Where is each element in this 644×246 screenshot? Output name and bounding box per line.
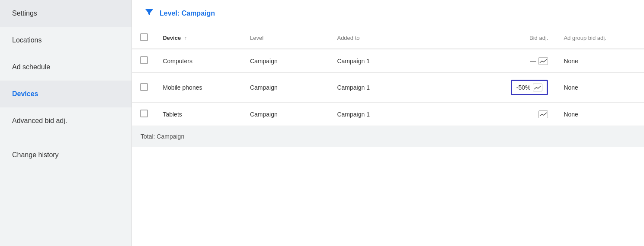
col-header-level: Level — [243, 27, 330, 49]
checkbox-mobile[interactable] — [140, 83, 148, 91]
level-computers: Campaign — [243, 49, 330, 73]
checkbox-tablets[interactable] — [140, 110, 148, 117]
trend-icon-mobile[interactable] — [533, 84, 542, 91]
ad-group-bid-mobile: None — [557, 73, 644, 103]
table-row: Computers Campaign Campaign 1 — — [132, 49, 644, 73]
total-row: Total: Campaign — [132, 126, 644, 147]
sidebar-item-locations[interactable]: Locations — [0, 27, 131, 54]
added-computers: Campaign 1 — [330, 49, 461, 73]
filter-icon — [144, 7, 154, 20]
added-mobile: Campaign 1 — [330, 73, 461, 103]
row-check-tablets — [132, 103, 156, 126]
select-all-checkbox[interactable] — [140, 33, 148, 41]
filter-value: Campaign — [182, 10, 215, 17]
trend-icon-computers[interactable] — [538, 57, 548, 65]
col-header-added: Added to — [330, 27, 461, 49]
bid-adj-tablets: — — [461, 103, 557, 126]
col-header-bid: Bid adj. — [461, 27, 557, 49]
col-bid-label: Bid adj. — [529, 35, 548, 41]
table-container: Device ↑ Level Added to Bid adj. Ad grou… — [132, 27, 644, 246]
sidebar-item-change-history[interactable]: Change history — [0, 142, 131, 168]
table-header-row: Device ↑ Level Added to Bid adj. Ad grou… — [132, 27, 644, 49]
bid-dash-tablets: — — [530, 111, 536, 118]
sort-icon[interactable]: ↑ — [184, 35, 187, 41]
ad-group-bid-computers: None — [557, 49, 644, 73]
total-label: Total: Campaign — [132, 126, 644, 147]
device-computers: Computers — [156, 49, 243, 73]
checkbox-computers[interactable] — [140, 56, 148, 64]
col-device-label: Device — [163, 35, 181, 41]
level-tablets: Campaign — [243, 103, 330, 126]
col-adbid-label: Ad group bid adj. — [564, 35, 606, 41]
devices-table: Device ↑ Level Added to Bid adj. Ad grou… — [132, 27, 644, 147]
sidebar-label-change-history: Change history — [12, 151, 59, 159]
device-tablets: Tablets — [156, 103, 243, 126]
row-check-computers — [132, 49, 156, 73]
level-mobile: Campaign — [243, 73, 330, 103]
device-mobile: Mobile phones — [156, 73, 243, 103]
trend-icon-tablets[interactable] — [538, 110, 548, 118]
filter-bar: Level: Campaign — [132, 0, 644, 27]
bid-adj-computers: — — [461, 49, 557, 73]
col-added-label: Added to — [337, 35, 359, 41]
bid-adj-mobile-highlighted[interactable]: -50% — [511, 80, 548, 95]
main-content: Level: Campaign Device ↑ Level — [132, 0, 644, 246]
sidebar-label-devices: Devices — [12, 90, 38, 97]
col-header-adbid: Ad group bid adj. — [557, 27, 644, 49]
bid-adj-mobile: -50% — [461, 73, 557, 103]
table-row: Mobile phones Campaign Campaign 1 -50% — [132, 73, 644, 103]
row-check-mobile — [132, 73, 156, 103]
col-header-check — [132, 27, 156, 49]
sidebar-label-advanced-bid: Advanced bid adj. — [12, 117, 67, 124]
filter-level-text: Level: — [160, 10, 182, 17]
sidebar-label-ad-schedule: Ad schedule — [12, 63, 50, 71]
bid-adj-computers-inner: — — [530, 57, 548, 65]
sidebar-label-settings: Settings — [12, 10, 37, 17]
filter-label: Level: Campaign — [160, 10, 215, 17]
bid-adj-tablets-inner: — — [530, 110, 548, 118]
sidebar-label-locations: Locations — [12, 36, 42, 44]
col-level-label: Level — [250, 35, 263, 41]
col-header-device: Device ↑ — [156, 27, 243, 49]
sidebar-divider — [12, 138, 119, 138]
sidebar: Settings Locations Ad schedule Devices A… — [0, 0, 132, 246]
sidebar-item-advanced-bid[interactable]: Advanced bid adj. — [0, 107, 131, 134]
added-tablets: Campaign 1 — [330, 103, 461, 126]
sidebar-item-ad-schedule[interactable]: Ad schedule — [0, 54, 131, 81]
sidebar-item-devices[interactable]: Devices — [0, 81, 131, 107]
sidebar-item-settings[interactable]: Settings — [0, 0, 131, 27]
bid-dash-computers: — — [530, 58, 536, 65]
table-row: Tablets Campaign Campaign 1 — — [132, 103, 644, 126]
bid-value-mobile: -50% — [516, 84, 531, 91]
ad-group-bid-tablets: None — [557, 103, 644, 126]
